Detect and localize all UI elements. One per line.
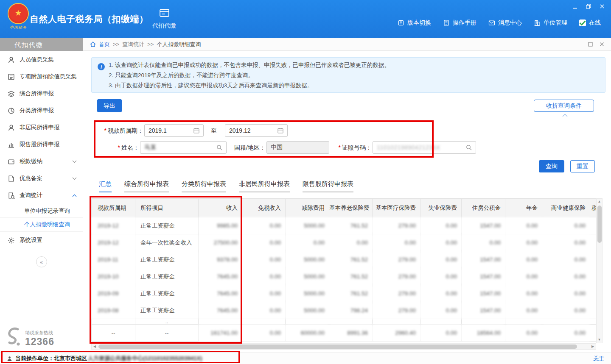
nationality-input[interactable]: 中国 — [266, 141, 329, 154]
tab-1[interactable]: 综合所得申报表 — [124, 180, 169, 192]
breadcrumb-item[interactable]: 查询统计 — [122, 41, 144, 48]
column-header-0: 税款所属期 — [92, 199, 135, 217]
person-icon — [8, 124, 15, 131]
scroll-down-icon[interactable]: ▼ — [597, 337, 602, 343]
sidebar-item-5[interactable]: 限售股所得申报 — [0, 136, 83, 153]
breadcrumb-current: 个人扣缴明细查询 — [157, 41, 201, 48]
id-number-input[interactable]: 11010219890421236X — [373, 141, 476, 154]
report-tabs: 汇总综合所得申报表分类所得申报表非居民所得申报表限售股所得申报表 — [99, 180, 353, 192]
user-icon — [7, 356, 12, 361]
app-title: 自然人电子税务局（扣缴端） — [30, 13, 149, 25]
main-content: i 1. 该查询统计表仅能查询已申报成功的数据，不包含未申报、申报失败，已申报但… — [83, 51, 611, 353]
tab-3[interactable]: 非居民所得申报表 — [239, 180, 290, 192]
id-number-label: *证照号码： — [334, 141, 372, 154]
collapse-query-button[interactable]: 收折查询条件 — [534, 100, 594, 112]
national-emblem-logo: ★ 中国税务 — [6, 3, 31, 35]
sidebar-item-7[interactable]: 优惠备案 — [0, 170, 83, 187]
column-header-10: 商业健康保险 — [542, 199, 590, 217]
vertical-scrollbar[interactable]: ▲ ▼ — [596, 198, 603, 343]
column-header-1: 所得项目 — [135, 199, 199, 217]
close-icon[interactable] — [599, 3, 605, 9]
online-status-icon — [579, 19, 586, 26]
person-icon — [8, 56, 15, 64]
withholding-module-icon — [159, 13, 170, 20]
horizontal-scrollbar[interactable]: ◀ ▶ — [91, 343, 596, 350]
scroll-left-icon[interactable]: ◀ — [92, 344, 98, 349]
search-stats-icon — [8, 192, 15, 199]
vertical-scroll-thumb[interactable] — [597, 206, 602, 243]
notice-box: i 1. 该查询统计表仅能查询已申报成功的数据，不包含未申报、申报失败，已申报但… — [91, 57, 605, 93]
horizontal-scroll-thumb[interactable] — [98, 345, 577, 349]
search-icon[interactable] — [216, 144, 222, 150]
sidebar-item-6[interactable]: 税款缴纳 — [0, 153, 83, 170]
query-button[interactable]: 查询 — [539, 160, 564, 172]
scroll-up-icon[interactable]: ▲ — [597, 199, 602, 205]
minimize-icon[interactable] — [572, 3, 578, 9]
collapse-sidebar-button[interactable]: « — [36, 256, 47, 267]
header-link-message-center[interactable]: 消息中心 — [488, 19, 522, 27]
reset-button[interactable]: 重置 — [570, 160, 595, 172]
column-header-11: 税延养老保险 — [590, 199, 597, 217]
notice-line: 3. 由于数据处理的滞后性，建议您在申报成功3天之后再来查询最新的申报数据。 — [109, 81, 600, 91]
hotline-number: 12366 — [25, 337, 54, 347]
chevron-up-icon — [562, 114, 568, 117]
top-header: ★ 中国税务 自然人电子税务局（扣缴端） 代扣代缴 版本切换操作手册消息中心单位… — [0, 0, 611, 38]
search-icon[interactable] — [466, 144, 472, 150]
sidebar-subitem-8-1[interactable]: 个人扣缴明细查询 — [0, 218, 83, 231]
column-header-2: 收入 — [199, 199, 242, 217]
table-wrap: 税款所属期所得项目收入免税收入减除费用基本养老保险费基本医疗保险费失业保险费住房… — [91, 198, 596, 342]
nationality-label: 国籍/地区： — [231, 141, 266, 154]
table-row[interactable]: 2019-11正常工资薪金9378.000.005000.00761.52279… — [92, 251, 597, 268]
sidebar-item-4[interactable]: 非居民所得申报 — [0, 119, 83, 136]
header-link-manual[interactable]: 操作手册 — [443, 19, 476, 27]
org-manage-icon — [534, 19, 541, 26]
table-row[interactable]: 2019-10正常工资薪金7645.000.005000.00761.52279… — [92, 268, 597, 285]
sidebar-item-3[interactable]: 分类所得申报 — [0, 102, 83, 119]
export-button[interactable]: 导出 — [97, 99, 122, 112]
header-link-org-manage[interactable]: 单位管理 — [534, 19, 567, 27]
notice-line: 2. 只能查询2019年及之后的数据，不能进行跨年度查询。 — [109, 70, 600, 81]
period-to-input[interactable]: 2019.12 — [225, 124, 288, 137]
sidebar-item-0[interactable]: 人员信息采集 — [0, 51, 83, 68]
table-row[interactable]: 2019-12全年一次性奖金收入27500.000.000.000.000.00… — [92, 234, 597, 251]
period-from-input[interactable]: 2019.1 — [144, 124, 204, 137]
hotline: 纳税服务热线 12366 — [0, 327, 83, 347]
panel-maximize-icon[interactable] — [588, 42, 593, 47]
table-row[interactable]: .. — [92, 319, 597, 325]
sidebar-item-1[interactable]: 专项附加扣除信息采集 — [0, 68, 83, 85]
scroll-right-icon[interactable]: ▶ — [590, 344, 596, 349]
gear-icon — [8, 237, 15, 244]
tab-2[interactable]: 分类所得申报表 — [182, 180, 226, 192]
tab-4[interactable]: 限售股所得申报表 — [303, 180, 353, 192]
sidebar: 代扣代缴 人员信息采集专项附加扣除信息采集综合所得申报分类所得申报非居民所得申报… — [0, 38, 83, 353]
sidebar-item-9[interactable]: 系统设置 — [0, 232, 83, 249]
tab-0[interactable]: 汇总 — [99, 180, 112, 192]
sidebar-item-2[interactable]: 综合所得申报 — [0, 85, 83, 102]
notice-line: 1. 该查询统计表仅能查询已申报成功的数据，不包含未申报、申报失败，已申报但已作… — [109, 60, 600, 70]
table-row[interactable]: 2019-08正常工资薪金7645.000.005000.00798.24279… — [92, 302, 597, 319]
about-link[interactable]: 关于 — [593, 355, 604, 362]
calendar-icon[interactable] — [193, 128, 199, 133]
name-label: *姓名： — [109, 141, 139, 154]
header-links: 版本切换操作手册消息中心单位管理在线 — [398, 19, 601, 27]
calendar-icon[interactable] — [277, 128, 283, 133]
table-total-row: ----161741.000.0060000.008991.362960.400… — [92, 325, 597, 342]
header-link-online-status[interactable]: 在线 — [579, 19, 601, 27]
name-input[interactable]: 马某 — [140, 141, 227, 154]
current-operating-unit: 当前操作单位：北京市西城区 — [15, 355, 87, 362]
sidebar-subitem-8-0[interactable]: 单位申报记录查询 — [0, 204, 83, 218]
table-row[interactable]: 2019-12正常工资薪金9985.000.005000.00761.52279… — [92, 217, 597, 234]
manual-icon — [443, 19, 450, 26]
hotline-label: 纳税服务热线 — [25, 330, 54, 336]
info-icon: i — [98, 63, 105, 70]
table-row[interactable]: 2019-09正常工资薪金7645.000.005000.00761.52279… — [92, 285, 597, 302]
pie-icon — [8, 107, 15, 114]
panel-close-icon[interactable] — [600, 42, 604, 47]
sidebar-item-8[interactable]: 查询统计 — [0, 187, 83, 204]
column-header-5: 基本养老保险费 — [329, 199, 373, 217]
restore-icon[interactable] — [586, 3, 591, 9]
window-controls — [572, 3, 605, 9]
module-tab-withholding[interactable]: 代扣代缴 — [149, 7, 179, 30]
header-link-version-switch[interactable]: 版本切换 — [398, 19, 431, 27]
breadcrumb-home[interactable]: 首页 — [99, 41, 110, 48]
